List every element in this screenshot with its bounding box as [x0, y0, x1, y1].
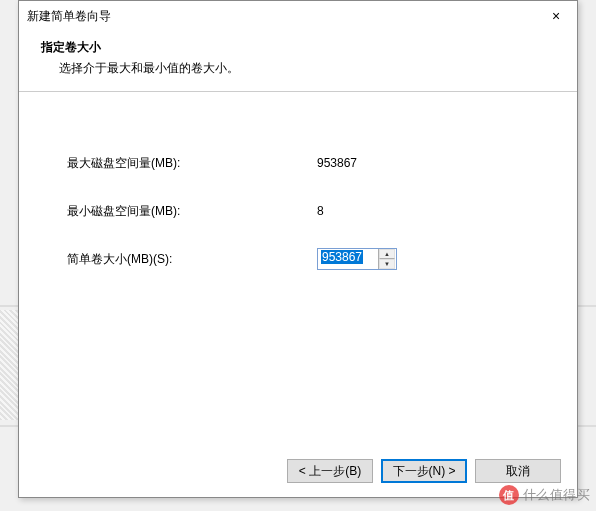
wizard-header: 指定卷大小 选择介于最大和最小值的卷大小。 — [19, 31, 577, 92]
page-title: 指定卷大小 — [41, 39, 555, 56]
volume-size-row: 简单卷大小(MB)(S): 953867 ▲ ▼ — [67, 248, 529, 270]
min-space-row: 最小磁盘空间量(MB): 8 — [67, 200, 529, 222]
next-button[interactable]: 下一步(N) > — [381, 459, 467, 483]
back-button[interactable]: < 上一步(B) — [287, 459, 373, 483]
max-space-label: 最大磁盘空间量(MB): — [67, 155, 317, 172]
volume-size-input[interactable]: 953867 — [318, 249, 378, 269]
wizard-footer: < 上一步(B) 下一步(N) > 取消 — [19, 445, 577, 497]
min-space-label: 最小磁盘空间量(MB): — [67, 203, 317, 220]
volume-size-spinner: 953867 ▲ ▼ — [317, 248, 397, 270]
volume-size-label: 简单卷大小(MB)(S): — [67, 251, 317, 268]
new-simple-volume-wizard-dialog: 新建简单卷向导 × 指定卷大小 选择介于最大和最小值的卷大小。 最大磁盘空间量(… — [18, 0, 578, 498]
min-space-value: 8 — [317, 204, 324, 218]
close-icon: × — [552, 8, 560, 24]
dialog-title: 新建简单卷向导 — [27, 8, 111, 25]
spin-down-button[interactable]: ▼ — [379, 259, 395, 269]
close-button[interactable]: × — [535, 2, 577, 30]
max-space-row: 最大磁盘空间量(MB): 953867 — [67, 152, 529, 174]
spinner-buttons: ▲ ▼ — [378, 249, 395, 269]
max-space-value: 953867 — [317, 156, 357, 170]
page-subtitle: 选择介于最大和最小值的卷大小。 — [41, 60, 555, 77]
titlebar: 新建简单卷向导 × — [19, 1, 577, 31]
cancel-button[interactable]: 取消 — [475, 459, 561, 483]
wizard-content: 最大磁盘空间量(MB): 953867 最小磁盘空间量(MB): 8 简单卷大小… — [19, 92, 577, 445]
spin-up-button[interactable]: ▲ — [379, 249, 395, 259]
